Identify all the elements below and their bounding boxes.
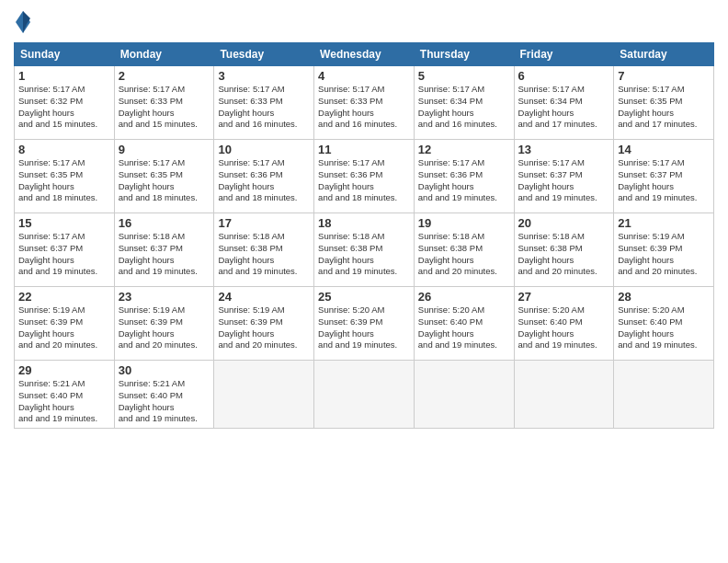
- calendar-week-row: 22 Sunrise: 5:19 AMSunset: 6:39 PMDaylig…: [15, 287, 714, 361]
- calendar-day-cell: 26 Sunrise: 5:20 AMSunset: 6:40 PMDaylig…: [414, 287, 514, 361]
- day-number: 9: [119, 143, 210, 156]
- day-number: 1: [18, 69, 110, 83]
- day-number: 3: [218, 69, 310, 83]
- day-number: 13: [518, 143, 610, 156]
- calendar-day-cell: 29 Sunrise: 5:21 AMSunset: 6:40 PMDaylig…: [15, 361, 115, 429]
- logo-icon: [14, 9, 32, 35]
- calendar-day-cell: [614, 361, 714, 429]
- logo: [14, 9, 34, 35]
- day-number: 27: [518, 290, 610, 304]
- calendar-day-cell: 22 Sunrise: 5:19 AMSunset: 6:39 PMDaylig…: [15, 287, 115, 361]
- calendar-day-header: Wednesday: [314, 43, 415, 66]
- day-number: 12: [418, 143, 510, 156]
- day-number: 10: [218, 143, 310, 156]
- calendar-day-cell: 8 Sunrise: 5:17 AMSunset: 6:35 PMDayligh…: [15, 140, 115, 213]
- day-number: 24: [218, 290, 310, 304]
- calendar-day-cell: 15 Sunrise: 5:17 AMSunset: 6:37 PMDaylig…: [15, 213, 115, 287]
- calendar-day-cell: 5 Sunrise: 5:17 AMSunset: 6:34 PMDayligh…: [414, 66, 514, 140]
- calendar-day-cell: 23 Sunrise: 5:19 AMSunset: 6:39 PMDaylig…: [114, 287, 214, 361]
- day-number: 20: [518, 216, 610, 230]
- day-number: 22: [18, 290, 110, 304]
- day-info: Sunrise: 5:17 AMSunset: 6:33 PMDaylight …: [119, 84, 198, 129]
- calendar-day-header: Thursday: [414, 43, 514, 66]
- calendar-day-cell: 28 Sunrise: 5:20 AMSunset: 6:40 PMDaylig…: [614, 287, 714, 361]
- calendar-day-cell: 16 Sunrise: 5:18 AMSunset: 6:37 PMDaylig…: [114, 213, 214, 287]
- calendar-day-cell: 10 Sunrise: 5:17 AMSunset: 6:36 PMDaylig…: [214, 140, 314, 213]
- day-number: 2: [119, 69, 210, 83]
- day-number: 14: [618, 143, 710, 156]
- calendar-day-cell: 14 Sunrise: 5:17 AMSunset: 6:37 PMDaylig…: [614, 140, 714, 213]
- day-info: Sunrise: 5:20 AMSunset: 6:40 PMDaylight …: [418, 304, 497, 350]
- day-info: Sunrise: 5:17 AMSunset: 6:33 PMDaylight …: [318, 84, 397, 129]
- calendar-day-cell: 7 Sunrise: 5:17 AMSunset: 6:35 PMDayligh…: [614, 66, 714, 140]
- day-info: Sunrise: 5:18 AMSunset: 6:38 PMDaylight …: [418, 231, 497, 276]
- day-info: Sunrise: 5:17 AMSunset: 6:35 PMDaylight …: [119, 157, 198, 202]
- calendar-day-header: Monday: [114, 43, 214, 66]
- day-number: 23: [119, 290, 210, 304]
- calendar-day-cell: 25 Sunrise: 5:20 AMSunset: 6:39 PMDaylig…: [314, 287, 415, 361]
- day-number: 18: [318, 216, 410, 230]
- calendar-day-cell: 11 Sunrise: 5:17 AMSunset: 6:36 PMDaylig…: [314, 140, 415, 213]
- calendar-week-row: 8 Sunrise: 5:17 AMSunset: 6:35 PMDayligh…: [15, 140, 714, 213]
- day-info: Sunrise: 5:17 AMSunset: 6:37 PMDaylight …: [618, 157, 697, 202]
- calendar-day-cell: 2 Sunrise: 5:17 AMSunset: 6:33 PMDayligh…: [114, 66, 214, 140]
- day-number: 6: [518, 69, 610, 83]
- calendar-day-cell: 19 Sunrise: 5:18 AMSunset: 6:38 PMDaylig…: [414, 213, 514, 287]
- calendar-day-cell: 20 Sunrise: 5:18 AMSunset: 6:38 PMDaylig…: [514, 213, 614, 287]
- calendar-day-cell: 9 Sunrise: 5:17 AMSunset: 6:35 PMDayligh…: [114, 140, 214, 213]
- calendar-day-cell: [314, 361, 415, 429]
- calendar-day-cell: 12 Sunrise: 5:17 AMSunset: 6:36 PMDaylig…: [414, 140, 514, 213]
- day-info: Sunrise: 5:17 AMSunset: 6:37 PMDaylight …: [18, 231, 97, 276]
- day-info: Sunrise: 5:21 AMSunset: 6:40 PMDaylight …: [18, 378, 97, 423]
- calendar-day-header: Sunday: [15, 43, 115, 66]
- day-info: Sunrise: 5:18 AMSunset: 6:38 PMDaylight …: [318, 231, 397, 276]
- calendar-header-row: SundayMondayTuesdayWednesdayThursdayFrid…: [15, 43, 714, 66]
- calendar-day-cell: [214, 361, 314, 429]
- calendar-day-cell: 27 Sunrise: 5:20 AMSunset: 6:40 PMDaylig…: [514, 287, 614, 361]
- day-info: Sunrise: 5:17 AMSunset: 6:32 PMDaylight …: [18, 84, 97, 129]
- day-number: 26: [418, 290, 510, 304]
- calendar-table: SundayMondayTuesdayWednesdayThursdayFrid…: [14, 42, 714, 429]
- day-number: 7: [618, 69, 710, 83]
- day-number: 19: [418, 216, 510, 230]
- day-number: 8: [18, 143, 110, 156]
- day-info: Sunrise: 5:17 AMSunset: 6:34 PMDaylight …: [518, 84, 597, 129]
- header: [14, 9, 714, 35]
- day-number: 25: [318, 290, 410, 304]
- calendar-week-row: 29 Sunrise: 5:21 AMSunset: 6:40 PMDaylig…: [15, 361, 714, 429]
- day-number: 29: [18, 363, 110, 377]
- calendar-day-cell: 1 Sunrise: 5:17 AMSunset: 6:32 PMDayligh…: [15, 66, 115, 140]
- day-info: Sunrise: 5:21 AMSunset: 6:40 PMDaylight …: [119, 378, 198, 423]
- calendar-day-cell: 17 Sunrise: 5:18 AMSunset: 6:38 PMDaylig…: [214, 213, 314, 287]
- calendar-day-cell: 18 Sunrise: 5:18 AMSunset: 6:38 PMDaylig…: [314, 213, 415, 287]
- day-info: Sunrise: 5:17 AMSunset: 6:37 PMDaylight …: [518, 157, 597, 202]
- calendar-day-header: Tuesday: [214, 43, 314, 66]
- calendar-week-row: 1 Sunrise: 5:17 AMSunset: 6:32 PMDayligh…: [15, 66, 714, 140]
- page: SundayMondayTuesdayWednesdayThursdayFrid…: [0, 0, 728, 563]
- day-info: Sunrise: 5:18 AMSunset: 6:37 PMDaylight …: [119, 231, 198, 276]
- day-info: Sunrise: 5:17 AMSunset: 6:36 PMDaylight …: [418, 157, 497, 202]
- day-info: Sunrise: 5:18 AMSunset: 6:38 PMDaylight …: [218, 231, 297, 276]
- day-number: 17: [218, 216, 310, 230]
- day-info: Sunrise: 5:17 AMSunset: 6:33 PMDaylight …: [218, 84, 297, 129]
- day-number: 30: [119, 363, 210, 377]
- calendar-week-row: 15 Sunrise: 5:17 AMSunset: 6:37 PMDaylig…: [15, 213, 714, 287]
- day-info: Sunrise: 5:17 AMSunset: 6:35 PMDaylight …: [18, 157, 97, 202]
- day-info: Sunrise: 5:20 AMSunset: 6:40 PMDaylight …: [618, 304, 697, 350]
- calendar-day-header: Friday: [514, 43, 614, 66]
- calendar-day-cell: 24 Sunrise: 5:19 AMSunset: 6:39 PMDaylig…: [214, 287, 314, 361]
- calendar-day-header: Saturday: [614, 43, 714, 66]
- day-info: Sunrise: 5:17 AMSunset: 6:36 PMDaylight …: [318, 157, 397, 202]
- calendar-day-cell: [514, 361, 614, 429]
- day-number: 21: [618, 216, 710, 230]
- day-number: 28: [618, 290, 710, 304]
- calendar-day-cell: 6 Sunrise: 5:17 AMSunset: 6:34 PMDayligh…: [514, 66, 614, 140]
- day-info: Sunrise: 5:19 AMSunset: 6:39 PMDaylight …: [18, 304, 97, 350]
- calendar-day-cell: 4 Sunrise: 5:17 AMSunset: 6:33 PMDayligh…: [314, 66, 415, 140]
- day-info: Sunrise: 5:20 AMSunset: 6:39 PMDaylight …: [318, 304, 397, 350]
- day-info: Sunrise: 5:19 AMSunset: 6:39 PMDaylight …: [618, 231, 697, 276]
- calendar-day-cell: 3 Sunrise: 5:17 AMSunset: 6:33 PMDayligh…: [214, 66, 314, 140]
- day-info: Sunrise: 5:18 AMSunset: 6:38 PMDaylight …: [518, 231, 597, 276]
- day-info: Sunrise: 5:19 AMSunset: 6:39 PMDaylight …: [119, 304, 198, 350]
- calendar-day-cell: 13 Sunrise: 5:17 AMSunset: 6:37 PMDaylig…: [514, 140, 614, 213]
